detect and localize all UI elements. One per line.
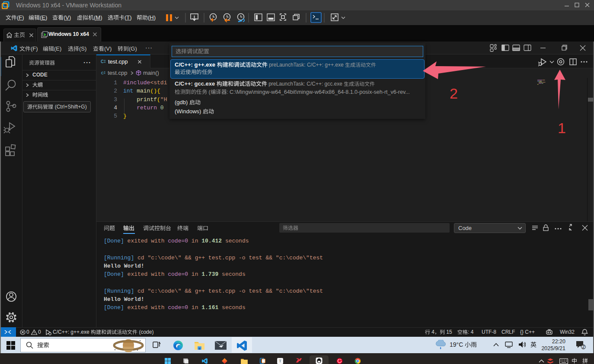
svg-text:2: 2 [450,85,458,102]
svg-text:1: 1 [558,120,566,136]
